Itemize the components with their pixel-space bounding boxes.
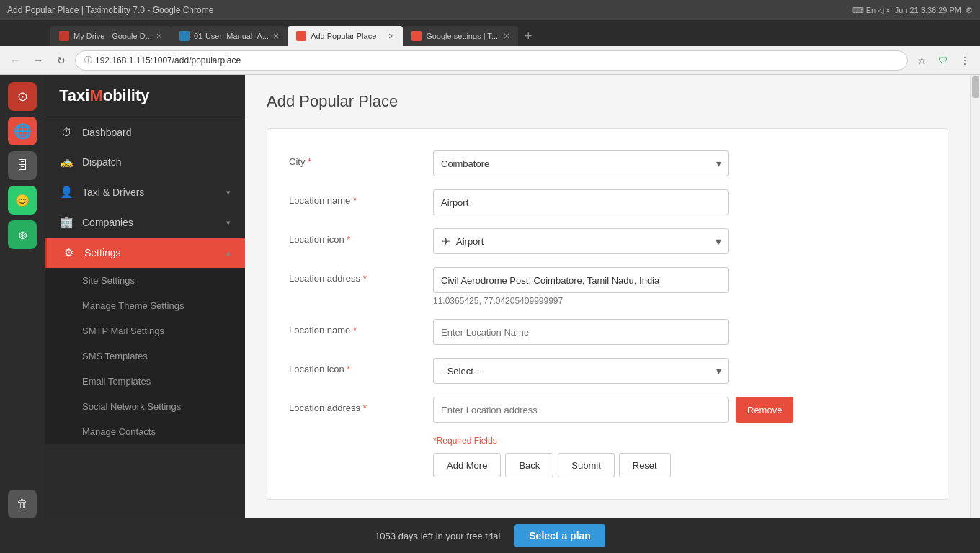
sidebar-item-companies-label: Companies [82, 217, 218, 228]
tab-manual[interactable]: 01-User_Manual_A... × [171, 26, 288, 46]
secure-icon: ⓘ [84, 55, 92, 66]
select-plan-button[interactable]: Select a plan [514, 524, 605, 547]
sidebar-subitem-contacts[interactable]: Manage Contacts [45, 419, 245, 444]
scrollbar[interactable] [970, 75, 980, 518]
browser-window: Add Popular Place | Taximobility 7.0 - G… [0, 0, 980, 553]
app-icon-green[interactable]: 😊 [8, 186, 37, 215]
back-button[interactable]: ← [6, 51, 24, 70]
dispatch-icon: 🚕 [59, 156, 74, 168]
tab-popular-close[interactable]: × [388, 30, 394, 42]
location-name-input[interactable] [433, 189, 729, 215]
reload-button[interactable]: ↻ [52, 51, 71, 70]
city-select[interactable]: Coimbatore [433, 150, 729, 176]
sidebar-item-taxi-label: Taxi & Drivers [82, 186, 218, 198]
address-input[interactable]: ⓘ 192.168.1.115:1007/add/popularplace [75, 50, 908, 71]
system-indicator: ⌨ En ◁ × [852, 6, 891, 15]
address-bar: ← → ↻ ⓘ 192.168.1.115:1007/add/popularpl… [0, 46, 980, 75]
system-time: Jun 21 3:36:29 PM [895, 6, 961, 14]
sidebar-subitem-sms[interactable]: SMS Templates [45, 343, 245, 369]
tab-google-icon [411, 31, 422, 41]
location-name-required: * [353, 195, 357, 206]
location-name2-required: * [353, 325, 357, 336]
back-form-button[interactable]: Back [505, 453, 553, 477]
coordinates-text: 11.0365425, 77.04205409999997 [433, 296, 729, 306]
sidebar-subitem-email[interactable]: Email Templates [45, 369, 245, 394]
files-logo: 🗄 [17, 159, 28, 172]
window-title: Add Popular Place | Taximobility 7.0 - G… [7, 5, 213, 15]
settings-arrow: ▴ [226, 248, 231, 258]
title-bar-right: ⌨ En ◁ × Jun 21 3:36:29 PM ⚙ [852, 6, 973, 15]
system-icons: ⊙ 🌐 🗄 😊 ⊛ 🗑 [0, 75, 45, 518]
sidebar-subitem-manage-theme[interactable]: Manage Theme Settings [45, 293, 245, 318]
ubuntu-icon[interactable]: ⊙ [8, 82, 37, 111]
tab-gmail-close[interactable]: × [156, 30, 162, 42]
settings-icon[interactable]: ⚙ [966, 6, 973, 15]
address-icons: ☆ 🛡 ⋮ [912, 51, 974, 70]
sms-templates-label: SMS Templates [82, 351, 148, 361]
location-address-label: Location address * [289, 267, 433, 284]
trash-logo: 🗑 [17, 498, 28, 511]
add-more-button[interactable]: Add More [433, 453, 501, 477]
location-icon2-required: * [347, 364, 350, 374]
sidebar-logo: TaxiMobility [45, 75, 245, 117]
reset-button[interactable]: Reset [619, 453, 671, 477]
location-address-control: 11.0365425, 77.04205409999997 [433, 267, 729, 306]
location-icon-display[interactable]: ✈ Airport ▾ [433, 228, 729, 254]
sidebar-subitem-social[interactable]: Social Network Settings [45, 394, 245, 419]
new-tab-button[interactable]: + [518, 26, 538, 46]
sidebar-item-dashboard-label: Dashboard [82, 127, 231, 138]
manage-contacts-label: Manage Contacts [82, 426, 156, 437]
location-name2-label: Location name * [289, 319, 433, 336]
companies-arrow: ▾ [226, 218, 231, 228]
chrome-icon[interactable]: 🌐 [8, 117, 37, 145]
scroll-thumb[interactable] [972, 76, 979, 98]
tab-gmail-icon [59, 31, 69, 41]
location-address2-row: Location address * Remove [289, 397, 926, 423]
tab-google[interactable]: Google settings | T... × [403, 26, 518, 46]
forward-button[interactable]: → [29, 51, 48, 70]
sidebar-item-companies[interactable]: 🏢 Companies ▾ [45, 207, 245, 238]
trash-icon[interactable]: 🗑 [8, 490, 37, 518]
sidebar-item-settings[interactable]: ⚙ Settings ▴ [45, 238, 245, 268]
city-control: Coimbatore [433, 150, 729, 176]
app-logo-green: 😊 [15, 194, 30, 207]
location-name2-input[interactable] [433, 319, 729, 345]
tab-manual-title: 01-User_Manual_A... [194, 32, 269, 40]
tab-google-title: Google settings | T... [426, 32, 499, 40]
action-buttons: Add More Back Submit Reset [433, 453, 926, 477]
files-icon[interactable]: 🗄 [8, 151, 37, 180]
remove-button[interactable]: Remove [736, 397, 793, 423]
location-address-row: Location address * 11.0365425, 77.042054… [289, 267, 926, 306]
sidebar-item-dispatch[interactable]: 🚕 Dispatch [45, 147, 245, 177]
sidebar-item-dashboard[interactable]: ⏱ Dashboard [45, 117, 245, 147]
bookmark-icon[interactable]: ☆ [912, 51, 931, 70]
tab-popular-place[interactable]: Add Popular Place × [288, 26, 403, 46]
logo-accent: M [89, 86, 102, 104]
sidebar-item-taxi-drivers[interactable]: 👤 Taxi & Drivers ▾ [45, 177, 245, 207]
location-address-input[interactable] [433, 267, 729, 293]
tab-popular-icon [296, 31, 306, 41]
location-icon-value: Airport [456, 236, 484, 247]
main-panel: Add Popular Place City * Coimbatore [245, 75, 970, 518]
title-bar: Add Popular Place | Taximobility 7.0 - G… [0, 0, 980, 20]
companies-icon: 🏢 [59, 216, 74, 229]
city-label: City * [289, 150, 433, 167]
sidebar-subitem-site-settings[interactable]: Site Settings [45, 268, 245, 293]
tab-google-close[interactable]: × [504, 30, 509, 42]
location-name2-control [433, 319, 729, 345]
app-icon-dark[interactable]: ⊛ [8, 220, 37, 249]
location-address2-input[interactable] [433, 397, 729, 423]
submit-button[interactable]: Submit [558, 453, 614, 477]
location-address2-label: Location address * [289, 397, 433, 413]
sidebar-subitem-smtp[interactable]: SMTP Mail Settings [45, 318, 245, 343]
tab-manual-close[interactable]: × [273, 30, 279, 42]
location-icon-required: * [347, 234, 350, 245]
tab-gmail[interactable]: My Drive - Google D... × [50, 26, 171, 46]
location-address-required: * [363, 273, 367, 284]
location-name-control [433, 189, 729, 215]
sidebar: TaxiMobility ⏱ Dashboard 🚕 Dispatch 👤 Ta… [45, 75, 245, 518]
menu-icon[interactable]: ⋮ [956, 51, 974, 70]
settings-nav-icon: ⚙ [61, 246, 76, 259]
location-name-label: Location name * [289, 189, 433, 206]
location-icon2-select[interactable]: --Select-- [433, 358, 729, 384]
